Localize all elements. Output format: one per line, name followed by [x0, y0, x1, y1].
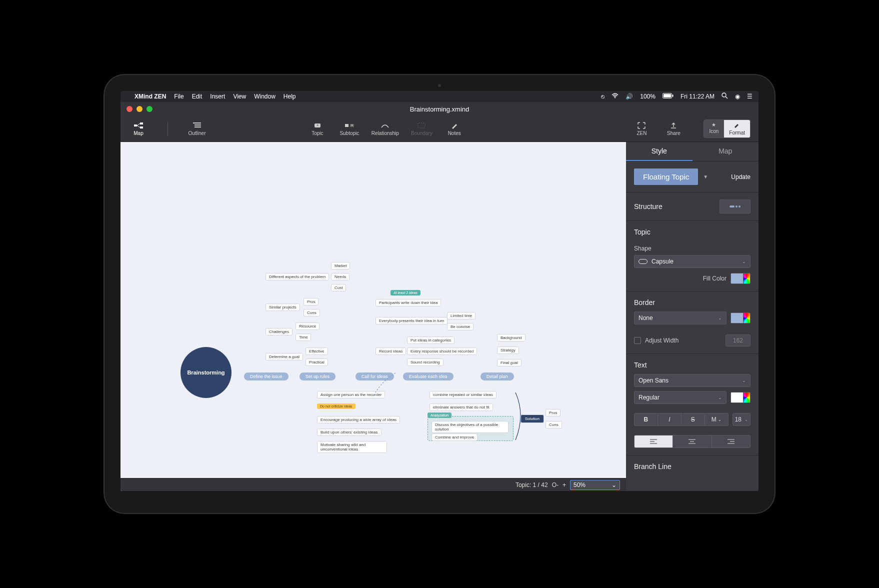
menu-insert[interactable]: Insert: [210, 93, 225, 100]
share-button[interactable]: Share: [664, 122, 684, 136]
preset-dropdown-icon[interactable]: ▼: [703, 174, 708, 180]
volume-icon[interactable]: 🔊: [626, 93, 633, 100]
topic-button[interactable]: + Topic: [308, 122, 328, 136]
callout[interactable]: At least 2 ideas: [390, 290, 420, 296]
sub-node[interactable]: Limited time: [447, 312, 476, 320]
sub-node[interactable]: Determine a goal: [266, 353, 303, 360]
menu-window[interactable]: Window: [254, 93, 276, 100]
battery-icon[interactable]: [662, 93, 674, 100]
zoom-in-button[interactable]: +: [562, 482, 566, 488]
menu-help[interactable]: Help: [284, 93, 296, 100]
zoom-select[interactable]: 50% ⌄: [570, 480, 620, 490]
border-style-select[interactable]: None ⌄: [634, 312, 726, 324]
sub-node[interactable]: Everybody presents their idea in turn: [376, 317, 448, 324]
main-topic[interactable]: Evaluate each idea: [403, 372, 454, 380]
app-name-menu[interactable]: XMind ZEN: [134, 93, 166, 100]
bluetooth-icon[interactable]: ⎋: [601, 93, 604, 100]
structure-selector[interactable]: [720, 200, 750, 214]
bold-button[interactable]: B: [634, 413, 658, 426]
color-wheel-icon: [743, 392, 750, 402]
tab-map[interactable]: Map: [692, 142, 759, 161]
minimize-window-button[interactable]: [136, 106, 142, 112]
sub-node[interactable]: Final goal: [497, 359, 522, 366]
structure-label: Structure: [634, 202, 662, 210]
sub-node[interactable]: Record ideas: [376, 348, 406, 355]
siri-icon[interactable]: ◉: [735, 93, 740, 100]
notes-button[interactable]: Notes: [444, 122, 464, 136]
sub-node[interactable]: eliminate answers that do not fit: [430, 404, 493, 411]
outliner-view-button[interactable]: Outliner: [187, 122, 207, 136]
fill-color-picker[interactable]: [730, 273, 750, 284]
sub-node[interactable]: Background: [497, 334, 526, 342]
sub-node[interactable]: Participants write down their idea: [376, 299, 441, 306]
zoom-out-button[interactable]: O-: [552, 482, 558, 488]
relationship-button[interactable]: Relationship: [372, 122, 399, 136]
main-topic[interactable]: Set up rules: [300, 372, 336, 380]
sub-node[interactable]: Cost: [331, 284, 346, 292]
sub-node[interactable]: combine repeated or similar ideas: [430, 391, 496, 398]
notification-center-icon[interactable]: ☰: [747, 93, 752, 100]
sub-node[interactable]: Every response should be recorded: [407, 348, 477, 355]
align-center-button[interactable]: [673, 435, 712, 448]
fullscreen-window-button[interactable]: [146, 106, 152, 112]
more-text-button[interactable]: M ⌄: [705, 413, 728, 426]
topic-preset-chip[interactable]: Floating Topic: [634, 168, 698, 185]
map-view-button[interactable]: Map: [128, 122, 148, 136]
align-right-button[interactable]: [712, 435, 750, 448]
clock[interactable]: Fri 11:22 AM: [680, 93, 714, 100]
boundary-label[interactable]: Analyzation: [428, 412, 452, 418]
sub-node[interactable]: Motivate sharing wild and unconventional…: [317, 441, 387, 453]
summary-node[interactable]: Solution: [520, 414, 544, 423]
shape-select[interactable]: Capsule ⌄: [634, 255, 750, 268]
menu-file[interactable]: File: [174, 93, 184, 100]
adjust-width-checkbox[interactable]: [634, 337, 641, 344]
strike-button[interactable]: S: [682, 413, 705, 426]
notes-icon: [450, 122, 459, 129]
sub-node[interactable]: Sound recording: [407, 358, 444, 366]
preset-update-button[interactable]: Update: [731, 174, 750, 180]
sub-node[interactable]: Similar projects: [266, 304, 300, 311]
sub-node[interactable]: Cons: [304, 309, 320, 316]
width-input[interactable]: 162: [726, 334, 750, 346]
font-size-input[interactable]: 18 ⌄: [732, 413, 750, 426]
sub-node[interactable]: Put ideas in categories: [407, 336, 454, 344]
sub-node[interactable]: Cons: [546, 421, 562, 428]
zen-button[interactable]: ZEN: [632, 122, 652, 136]
close-window-button[interactable]: [126, 106, 132, 112]
subtopic-button[interactable]: + Subtopic: [340, 122, 360, 136]
menu-view[interactable]: View: [233, 93, 246, 100]
sub-node[interactable]: Effective: [306, 348, 328, 355]
sub-node[interactable]: Market: [331, 262, 350, 270]
sub-node[interactable]: Encourage producing a wide array of idea…: [317, 416, 400, 424]
spotlight-icon[interactable]: [722, 92, 728, 100]
sub-node[interactable]: Combine and improve: [432, 434, 478, 441]
font-family-select[interactable]: Open Sans ⌄: [634, 374, 750, 387]
border-color-picker[interactable]: [730, 312, 750, 324]
mindmap-canvas[interactable]: Brainstorming Define the issue Set up ru…: [120, 142, 626, 491]
sub-node[interactable]: Discuss the objectives of a possible sol…: [432, 421, 508, 433]
sub-node[interactable]: Practical: [306, 358, 328, 366]
sub-node[interactable]: Pros: [546, 409, 560, 416]
central-topic[interactable]: Brainstorming: [180, 347, 232, 398]
sub-node[interactable]: Pros: [304, 298, 318, 306]
menu-edit[interactable]: Edit: [192, 93, 202, 100]
tab-style[interactable]: Style: [626, 142, 692, 161]
main-topic[interactable]: Detail plan: [480, 372, 514, 380]
main-topic[interactable]: Define the issue: [244, 372, 288, 380]
sub-node[interactable]: Different aspects of the problem: [266, 273, 329, 280]
sub-node-highlighted[interactable]: Do not criticize ideas: [317, 404, 356, 409]
sub-node[interactable]: Needs: [331, 273, 350, 280]
align-left-button[interactable]: [634, 435, 673, 448]
sub-node[interactable]: Time: [296, 334, 311, 341]
sub-node[interactable]: Strategy: [497, 346, 519, 354]
wifi-icon[interactable]: [612, 93, 618, 100]
sub-node[interactable]: Be concise: [447, 323, 474, 330]
text-color-picker[interactable]: [730, 392, 750, 403]
font-weight-select[interactable]: Regular ⌄: [634, 391, 726, 404]
format-panel-button[interactable]: Format: [724, 120, 750, 138]
italic-button[interactable]: I: [658, 413, 682, 426]
icon-panel-button[interactable]: ★ Icon: [704, 120, 724, 138]
sub-node[interactable]: Build upon others' existing ideas: [317, 428, 382, 436]
sub-node[interactable]: Challenges: [266, 328, 292, 336]
sub-node[interactable]: Resource: [296, 322, 320, 330]
